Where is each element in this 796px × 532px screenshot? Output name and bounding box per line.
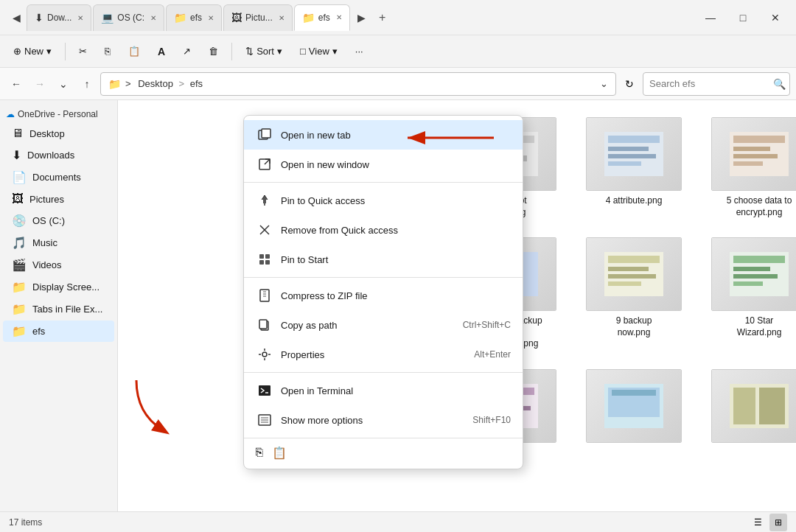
refresh-btn[interactable]: ↻ [619, 74, 640, 94]
ctx-compress-zip[interactable]: Compress to ZIP file [244, 281, 523, 310]
tab-pictures[interactable]: 🖼 Pictu... ✕ [223, 4, 293, 31]
file-thumb-9 [586, 237, 682, 311]
svg-rect-9 [608, 161, 641, 166]
ctx-sep-1 [244, 182, 523, 183]
svg-rect-27 [733, 274, 778, 279]
tab-back-btn[interactable]: ◀ [6, 7, 27, 28]
path-desktop: Desktop [138, 78, 173, 89]
svg-rect-12 [733, 147, 770, 151]
ctx-open-new-window[interactable]: Open in new window [244, 150, 523, 179]
list-view-btn[interactable]: ☰ [749, 514, 767, 531]
ctx-show-more[interactable]: Show more options Shift+F10 [244, 405, 523, 435]
file-item-12[interactable] [579, 363, 689, 453]
tab-efs1-label: efs [190, 13, 202, 23]
copy-icon: ⎘ [105, 46, 111, 57]
sidebar-item-pictures[interactable]: 🖼 Pictures [3, 189, 114, 209]
delete-icon: 🗑 [209, 46, 218, 57]
tab-efs2[interactable]: 📁 efs ✕ [294, 4, 350, 31]
path-dropdown-icon[interactable]: ⌄ [600, 78, 608, 89]
svg-point-57 [262, 352, 267, 357]
grid-view-btn[interactable]: ⊞ [769, 514, 787, 531]
content-area: 3 encrypt data.png 4 attribute.png 5 cho… [118, 100, 796, 511]
tab-downloads-close[interactable]: ✕ [77, 14, 83, 22]
ctx-pin-quick-label: Pin to Quick access [281, 195, 511, 206]
thumb-inner-13 [712, 370, 796, 442]
tab-efs1[interactable]: 📁 efs ✕ [166, 4, 222, 31]
sidebar-os-label: OS (C:) [32, 215, 65, 226]
cut-button[interactable]: ✂ [71, 42, 94, 60]
tab-downloads[interactable]: ⬇ Dow... ✕ [27, 4, 91, 31]
svg-rect-22 [608, 274, 656, 279]
address-box[interactable]: 📁 > Desktop > efs ⌄ [100, 72, 616, 96]
maximize-btn[interactable]: □ [728, 6, 758, 29]
sidebar-item-display[interactable]: 📁 Display Scree... [3, 276, 114, 298]
sidebar-item-tabs[interactable]: 📁 Tabs in File Ex... [3, 298, 114, 320]
sidebar-item-os[interactable]: 💿 OS (C:) [3, 210, 114, 231]
file-item-10[interactable]: 10 Star Wizard.png [704, 231, 796, 356]
sidebar-item-downloads[interactable]: ⬇ Downloads [3, 144, 114, 166]
search-box[interactable]: 🔍 [643, 72, 790, 96]
ctx-open-terminal[interactable]: Open in Terminal [244, 376, 523, 405]
file-label-10: 10 Star Wizard.png [737, 315, 782, 338]
svg-rect-28 [733, 281, 763, 286]
tab-forward-btn[interactable]: ▶ [352, 7, 372, 28]
tab-add-btn[interactable]: + [372, 7, 393, 28]
svg-rect-37 [733, 388, 755, 424]
tab-pictures-label: Pictu... [245, 13, 273, 23]
path-efs: efs [190, 78, 203, 89]
ctx-copy-bottom-icon[interactable]: ⎘ [256, 446, 263, 460]
sidebar-item-efs[interactable]: 📁 efs [3, 321, 114, 342]
file-item-9[interactable]: 9 backup now.png [579, 231, 689, 356]
sidebar-item-videos[interactable]: 🎬 Videos [3, 254, 114, 276]
ctx-pin-quick[interactable]: Pin to Quick access [244, 186, 523, 215]
svg-rect-21 [608, 267, 649, 271]
ctx-remove-quick[interactable]: Remove from Quick access [244, 215, 523, 245]
forward-btn[interactable]: → [29, 74, 50, 94]
sidebar-item-music[interactable]: 🎵 Music [3, 232, 114, 253]
ctx-properties[interactable]: Properties Alt+Enter [244, 340, 523, 369]
ctx-pin-start[interactable]: Pin to Start [244, 245, 523, 274]
ctx-copy-path-icon [256, 316, 273, 334]
ctx-copy-path[interactable]: Copy as path Ctrl+Shift+C [244, 310, 523, 340]
tab-efs2-close[interactable]: ✕ [336, 13, 342, 21]
file-item-13[interactable] [704, 363, 796, 453]
more-button[interactable]: ··· [348, 42, 371, 60]
copy-button[interactable]: ⎘ [97, 42, 118, 60]
tab-os-close[interactable]: ✕ [150, 14, 156, 22]
tab-os-label: OS (C: [117, 13, 144, 23]
tab-efs1-close[interactable]: ✕ [208, 14, 214, 22]
close-btn[interactable]: ✕ [761, 6, 790, 29]
ctx-open-new-tab[interactable]: Open in new tab [244, 120, 523, 150]
sidebar-item-documents[interactable]: 📄 Documents [3, 167, 114, 188]
ctx-paste-bottom-icon[interactable]: 📋 [272, 446, 287, 460]
delete-button[interactable]: 🗑 [201, 42, 226, 60]
search-input[interactable] [649, 78, 773, 89]
share-button[interactable]: ↗ [175, 42, 198, 60]
new-label: New [24, 46, 43, 57]
tab-os[interactable]: 💻 OS (C: ✕ [93, 4, 164, 31]
view-button[interactable]: □ View ▾ [293, 42, 345, 60]
new-button[interactable]: ⊕ New ▾ [6, 42, 59, 60]
documents-icon: 📄 [12, 170, 27, 184]
sidebar-item-desktop[interactable]: 🖥 Desktop [3, 123, 114, 144]
svg-rect-48 [265, 254, 270, 259]
minimize-btn[interactable]: — [696, 6, 725, 29]
tab-pictures-close[interactable]: ✕ [279, 14, 284, 22]
down-arrow-annotation [129, 377, 173, 438]
back-btn[interactable]: ← [6, 74, 27, 94]
svg-rect-14 [733, 161, 763, 166]
sidebar-onedrive[interactable]: ☁ OneDrive - Personal [0, 106, 117, 122]
sidebar: ☁ OneDrive - Personal 🖥 Desktop ⬇ Downlo… [0, 100, 118, 511]
history-btn[interactable]: ⌄ [53, 74, 74, 94]
file-item-5[interactable]: 5 choose data to encrypt.png [704, 111, 796, 224]
paste-button[interactable]: 📋 [121, 42, 147, 60]
videos-icon: 🎬 [12, 258, 27, 272]
file-item-4[interactable]: 4 attribute.png [579, 111, 689, 224]
toolbar-sep-1 [65, 43, 66, 60]
rename-icon: A [158, 46, 165, 57]
tab-os-icon: 💻 [101, 12, 114, 24]
rename-button[interactable]: A [150, 42, 172, 61]
sort-button[interactable]: ⇅ Sort ▾ [238, 42, 290, 60]
up-btn[interactable]: ↑ [77, 74, 97, 94]
view-icon: □ [300, 46, 306, 57]
